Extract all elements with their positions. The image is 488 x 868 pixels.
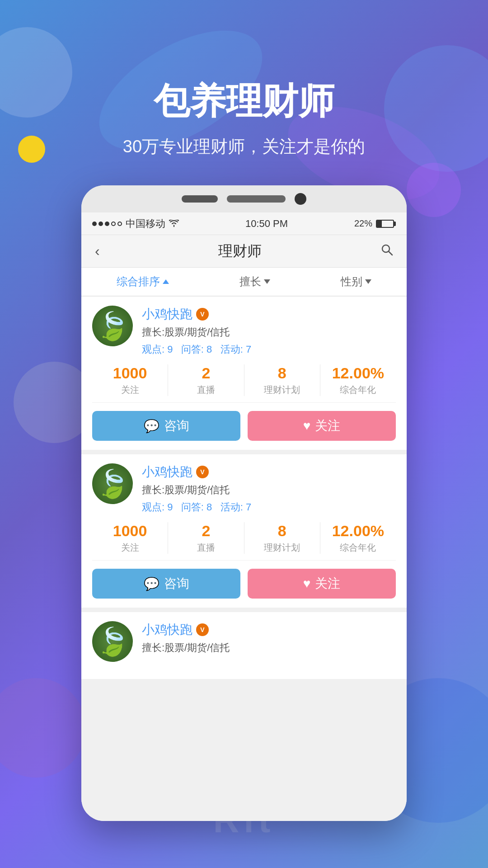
views-value-1: 9	[167, 344, 173, 355]
live-label-1: 直播	[197, 384, 215, 396]
filter-gender[interactable]: 性别	[341, 274, 371, 289]
views-value-2: 9	[167, 501, 173, 513]
return-stat-2: 12.00% 综合年化	[320, 522, 396, 554]
consult-button-1[interactable]: 💬 咨询	[92, 411, 240, 441]
activity-label-2: 活动:	[221, 501, 243, 513]
avatar-1	[92, 306, 133, 346]
signal-dot-2	[99, 222, 103, 226]
search-button[interactable]	[380, 243, 393, 259]
advisor-name-1: 小鸡快跑	[142, 306, 192, 323]
advisor-card-2: 小鸡快跑 V 擅长:股票/期货/信托 观点: 9 问答: 8 活动: 7	[81, 454, 407, 608]
consult-label-1: 咨询	[164, 417, 189, 434]
avatar-image-2	[92, 463, 133, 504]
advisor-name-row-1: 小鸡快跑 V	[142, 306, 396, 323]
card-info-3: 小鸡快跑 V 擅长:股票/期货/信托	[142, 621, 396, 658]
phone-button-left	[182, 195, 218, 203]
verified-badge-3: V	[196, 623, 209, 636]
advisor-specialty-2: 擅长:股票/期货/信托	[142, 483, 396, 497]
advisor-name-3: 小鸡快跑	[142, 621, 192, 638]
plans-value-2: 8	[278, 522, 286, 540]
heart-icon-1: ♥	[303, 419, 311, 433]
status-left: 中国移动	[92, 217, 179, 231]
consult-label-2: 咨询	[164, 575, 189, 592]
avatar-3	[92, 621, 133, 662]
activity-label-1: 活动:	[221, 344, 243, 355]
back-button[interactable]: ‹	[95, 243, 100, 259]
return-value-1: 12.00%	[332, 364, 384, 382]
followers-label-1: 关注	[121, 384, 139, 396]
card-info-1: 小鸡快跑 V 擅长:股票/期货/信托 观点: 9 问答: 8 活动: 7	[142, 306, 396, 356]
advisor-specialty-3: 擅长:股票/期货/信托	[142, 641, 396, 655]
filter-comprehensive-label: 综合排序	[117, 274, 160, 289]
filter-bar: 综合排序 擅长 性别	[81, 268, 407, 297]
battery-indicator	[376, 220, 396, 228]
hero-subtitle: 30万专业理财师，关注才是你的	[123, 135, 365, 158]
views-label-2: 观点:	[142, 501, 164, 513]
heart-icon-2: ♥	[303, 576, 311, 591]
numbers-row-1: 1000 关注 2 直播 8 理财计划 12.00% 综合年化	[92, 364, 396, 403]
plans-stat-1: 8 理财计划	[244, 364, 320, 396]
plans-value-1: 8	[278, 364, 286, 382]
verified-badge-2: V	[196, 466, 209, 478]
dropdown-gender-icon	[365, 279, 371, 284]
follow-button-1[interactable]: ♥ 关注	[248, 411, 396, 441]
return-label-1: 综合年化	[340, 384, 376, 396]
advisor-name-row-2: 小鸡快跑 V	[142, 463, 396, 481]
advisor-card-1: 小鸡快跑 V 擅长:股票/期货/信托 观点: 9 问答: 8 活动: 7	[81, 297, 407, 450]
phone-camera	[295, 193, 306, 205]
followers-stat-1: 1000 关注	[92, 364, 168, 396]
follow-label-2: 关注	[315, 575, 340, 592]
battery-percent: 22%	[354, 218, 372, 229]
sort-ascending-icon	[163, 279, 169, 284]
verified-badge-1: V	[196, 308, 209, 321]
live-value-1: 2	[202, 364, 210, 382]
plans-stat-2: 8 理财计划	[244, 522, 320, 554]
wifi-icon	[169, 218, 179, 230]
return-label-2: 综合年化	[340, 542, 376, 554]
consult-button-2[interactable]: 💬 咨询	[92, 569, 240, 599]
phone-hardware-bar	[81, 185, 407, 212]
action-buttons-2: 💬 咨询 ♥ 关注	[92, 569, 396, 599]
filter-specialty-label: 擅长	[239, 274, 261, 289]
follow-label-1: 关注	[315, 417, 340, 434]
advisor-name-2: 小鸡快跑	[142, 463, 192, 481]
followers-stat-2: 1000 关注	[92, 522, 168, 554]
filter-comprehensive[interactable]: 综合排序	[117, 274, 169, 289]
avatar-image-3	[92, 621, 133, 662]
avatar-image-1	[92, 306, 133, 346]
answers-label-1: 问答:	[181, 344, 204, 355]
phone-speaker	[227, 195, 286, 203]
live-label-2: 直播	[197, 542, 215, 554]
follow-button-2[interactable]: ♥ 关注	[248, 569, 396, 599]
battery-body	[376, 220, 394, 228]
activity-value-2: 7	[246, 501, 251, 513]
followers-value-2: 1000	[113, 522, 147, 540]
battery-fill	[377, 221, 382, 227]
live-stat-1: 2 直播	[168, 364, 244, 396]
followers-label-2: 关注	[121, 542, 139, 554]
return-value-2: 12.00%	[332, 522, 384, 540]
dropdown-arrow-icon	[264, 279, 270, 284]
live-stat-2: 2 直播	[168, 522, 244, 554]
advisor-name-row-3: 小鸡快跑 V	[142, 621, 396, 638]
signal-dot-4	[111, 222, 116, 226]
status-time: 10:50 PM	[245, 218, 288, 230]
activity-value-1: 7	[246, 344, 251, 355]
svg-line-1	[389, 251, 392, 255]
chat-icon-1: 💬	[144, 419, 160, 434]
action-buttons-1: 💬 咨询 ♥ 关注	[92, 411, 396, 441]
live-value-2: 2	[202, 522, 210, 540]
card-top-2: 小鸡快跑 V 擅长:股票/期货/信托 观点: 9 问答: 8 活动: 7	[92, 463, 396, 514]
signal-dot-3	[105, 222, 109, 226]
plans-label-1: 理财计划	[264, 384, 300, 396]
plans-label-2: 理财计划	[264, 542, 300, 554]
nav-bar: ‹ 理财师	[81, 235, 407, 268]
page-title: 理财师	[218, 241, 262, 261]
card-info-2: 小鸡快跑 V 擅长:股票/期货/信托 观点: 9 问答: 8 活动: 7	[142, 463, 396, 514]
filter-gender-label: 性别	[341, 274, 362, 289]
phone-mockup: 中国移动 10:50 PM 22% ‹ 理财师 综合排序	[81, 185, 407, 821]
status-right: 22%	[354, 218, 396, 229]
filter-specialty[interactable]: 擅长	[239, 274, 270, 289]
signal-indicator	[92, 222, 122, 226]
followers-value-1: 1000	[113, 364, 147, 382]
